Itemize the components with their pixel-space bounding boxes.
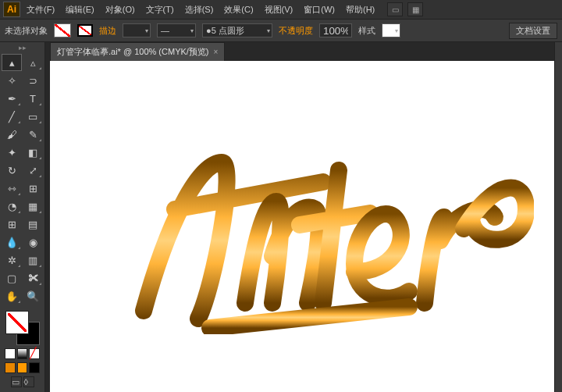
app-logo: Ai <box>3 2 20 17</box>
menu-object[interactable]: 对象(O) <box>101 2 140 18</box>
pen-tool[interactable]: ✒ <box>2 90 22 107</box>
fill-stroke-control[interactable] <box>5 311 40 345</box>
eraser-tool[interactable]: ◧ <box>23 144 43 161</box>
shape-builder-tool[interactable]: ◔ <box>2 198 22 215</box>
selection-tool[interactable]: ▴ <box>2 54 22 71</box>
stroke-weight-dropdown[interactable] <box>123 23 151 37</box>
brush-value: 5 点圆形 <box>212 25 244 37</box>
menu-type[interactable]: 文字(T) <box>141 2 179 18</box>
arrange-icon[interactable]: ▦ <box>407 2 423 16</box>
free-transform-tool[interactable]: ⊞ <box>23 180 43 197</box>
graph-tool[interactable]: ▥ <box>23 251 43 269</box>
artwork-inter <box>120 108 534 334</box>
hand-tool[interactable]: ✋ <box>2 287 22 305</box>
menu-window[interactable]: 窗口(W) <box>299 2 340 18</box>
layout-icon[interactable]: ▭ <box>387 2 403 16</box>
recent-swatch-3[interactable] <box>29 362 40 373</box>
symbol-sprayer-tool[interactable]: ✲ <box>2 251 22 269</box>
width-tool[interactable]: ⇿ <box>2 180 22 197</box>
rotate-tool[interactable]: ↻ <box>2 162 22 179</box>
profile-dropdown[interactable]: — <box>157 23 196 37</box>
style-label: 样式 <box>358 25 375 37</box>
menu-view[interactable]: 视图(V) <box>260 2 298 18</box>
toolbox: ▸▸ ▴ ▵ ✧ ⊃ ✒ T ╱ ▭ 🖌 ✎ ✦ ◧ ↻ ⤢ ⇿ ⊞ ◔ ▦ ⊞… <box>0 42 45 392</box>
document-tab-title: 灯管字体临摹.ai* @ 100% (CMYK/预览) <box>57 46 209 58</box>
draw-mode-icon[interactable]: ◊ <box>23 376 34 387</box>
slice-tool[interactable]: ✀ <box>23 269 43 287</box>
menu-file[interactable]: 文件(F) <box>22 2 59 18</box>
none-mode-icon[interactable]: ╱ <box>29 348 40 359</box>
document-setup-button[interactable]: 文档设置 <box>509 23 557 39</box>
color-mode-icon[interactable] <box>5 348 16 359</box>
toolbox-grip[interactable]: ▸▸ <box>0 42 44 52</box>
recent-swatch-2[interactable] <box>17 362 28 373</box>
fill-color[interactable] <box>5 311 29 334</box>
opacity-input[interactable] <box>319 23 352 37</box>
stroke-swatch[interactable] <box>77 24 93 37</box>
paintbrush-tool[interactable]: 🖌 <box>2 126 22 143</box>
brush-dropdown[interactable]: ● 5 点圆形 <box>202 23 272 37</box>
mesh-tool[interactable]: ⊞ <box>2 216 22 233</box>
selection-status: 未选择对象 <box>5 25 48 37</box>
menu-effect[interactable]: 效果(C) <box>219 2 258 18</box>
lasso-tool[interactable]: ⊃ <box>23 72 43 89</box>
document-tab[interactable]: 灯管字体临摹.ai* @ 100% (CMYK/预览) × <box>50 42 225 61</box>
blend-tool[interactable]: ◉ <box>23 233 43 251</box>
type-tool[interactable]: T <box>23 90 43 107</box>
close-tab-icon[interactable]: × <box>214 48 219 56</box>
eyedropper-tool[interactable]: 💧 <box>2 233 22 251</box>
gradient-tool[interactable]: ▤ <box>23 216 43 233</box>
panel-dock[interactable] <box>554 42 562 392</box>
menu-edit[interactable]: 编辑(E) <box>61 2 99 18</box>
style-dropdown[interactable] <box>382 23 400 37</box>
screen-mode-icon[interactable]: ▭ <box>11 376 22 387</box>
zoom-tool[interactable]: 🔍 <box>23 287 43 305</box>
line-tool[interactable]: ╱ <box>2 108 22 125</box>
stroke-label: 描边 <box>99 25 116 37</box>
pencil-tool[interactable]: ✎ <box>23 126 43 143</box>
canvas[interactable] <box>50 61 554 392</box>
artboard-tool[interactable]: ▢ <box>2 269 22 287</box>
gradient-mode-icon[interactable] <box>17 348 28 359</box>
menu-select[interactable]: 选择(S) <box>180 2 219 18</box>
rectangle-tool[interactable]: ▭ <box>23 108 43 125</box>
magic-wand-tool[interactable]: ✧ <box>2 72 22 89</box>
opacity-label: 不透明度 <box>279 25 313 37</box>
perspective-tool[interactable]: ▦ <box>23 198 43 215</box>
blob-brush-tool[interactable]: ✦ <box>2 144 22 161</box>
scale-tool[interactable]: ⤢ <box>23 162 43 179</box>
fill-swatch[interactable] <box>54 23 71 37</box>
direct-selection-tool[interactable]: ▵ <box>23 54 43 71</box>
recent-swatch-1[interactable] <box>5 362 16 373</box>
menu-help[interactable]: 帮助(H) <box>341 2 379 18</box>
